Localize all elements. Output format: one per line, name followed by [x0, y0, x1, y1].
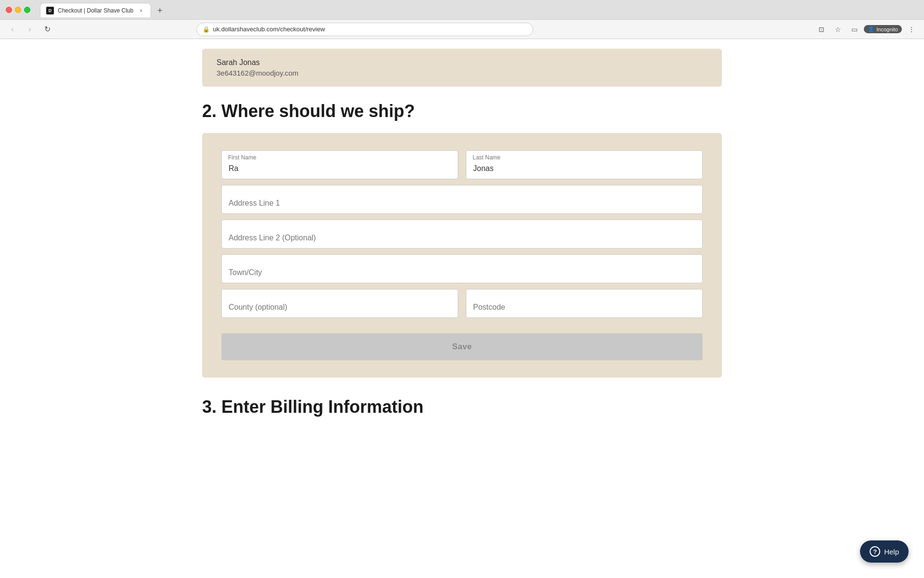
tab-search-icon[interactable]: ▭: [847, 23, 861, 36]
address2-field: [221, 220, 703, 249]
star-icon[interactable]: ☆: [831, 23, 845, 36]
browser-addressbar: ‹ › ↻ 🔒 uk.dollarshaveclub.com/checkout/…: [0, 19, 924, 39]
browser-titlebar: D Checkout | Dollar Shave Club × +: [0, 0, 924, 19]
city-input[interactable]: [221, 254, 703, 283]
back-button[interactable]: ‹: [6, 23, 19, 36]
tab-close-icon[interactable]: ×: [137, 7, 145, 14]
tab-title: Checkout | Dollar Shave Club: [58, 7, 133, 14]
refresh-button[interactable]: ↻: [40, 23, 54, 36]
address-text: uk.dollarshaveclub.com/checkout/review: [213, 26, 325, 33]
account-name: Sarah Jonas: [217, 58, 707, 67]
active-tab[interactable]: D Checkout | Dollar Shave Club ×: [40, 3, 151, 17]
incognito-badge: 👤 Incognito: [864, 25, 902, 33]
incognito-icon: 👤: [868, 26, 874, 32]
help-button[interactable]: ? Help: [860, 540, 909, 563]
address-bar[interactable]: 🔒 uk.dollarshaveclub.com/checkout/review: [196, 23, 533, 36]
account-email: 3e643162@moodjoy.com: [217, 69, 707, 77]
address1-field: [221, 185, 703, 214]
city-field: [221, 254, 703, 283]
postcode-field: [466, 289, 703, 318]
tab-bar: D Checkout | Dollar Shave Club × +: [40, 2, 167, 17]
lock-icon: 🔒: [203, 26, 210, 33]
traffic-lights: [6, 7, 30, 13]
first-name-input[interactable]: [221, 150, 458, 179]
last-name-field: Last Name: [466, 150, 703, 179]
name-row: First Name Last Name: [221, 150, 703, 179]
last-name-input[interactable]: [466, 150, 703, 179]
new-tab-button[interactable]: +: [153, 4, 167, 17]
county-field: [221, 289, 458, 318]
close-button[interactable]: [6, 7, 12, 13]
page-content: Sarah Jonas 3e643162@moodjoy.com 2. Wher…: [0, 39, 924, 578]
help-circle-icon: ?: [870, 546, 880, 557]
city-row: [221, 254, 703, 283]
address2-row: [221, 220, 703, 249]
account-section: Sarah Jonas 3e643162@moodjoy.com: [202, 49, 722, 87]
help-label: Help: [884, 548, 899, 556]
page-inner: Sarah Jonas 3e643162@moodjoy.com 2. Wher…: [173, 39, 751, 578]
browser-chrome: D Checkout | Dollar Shave Club × + ‹ › ↻…: [0, 0, 924, 39]
postcode-input[interactable]: [466, 289, 703, 318]
minimize-button[interactable]: [15, 7, 21, 13]
address2-input[interactable]: [221, 220, 703, 249]
shipping-form-container: First Name Last Name: [202, 133, 722, 378]
forward-button[interactable]: ›: [23, 23, 37, 36]
shipping-heading: 2. Where should we ship?: [202, 101, 722, 121]
cast-icon[interactable]: ⊡: [815, 23, 828, 36]
address1-row: [221, 185, 703, 214]
address1-input[interactable]: [221, 185, 703, 214]
incognito-label: Incognito: [876, 26, 898, 32]
menu-button[interactable]: ⋮: [905, 23, 918, 36]
tab-favicon: D: [46, 7, 54, 14]
billing-heading: 3. Enter Billing Information: [202, 397, 722, 417]
save-button[interactable]: Save: [221, 333, 703, 360]
browser-actions: ⊡ ☆ ▭ 👤 Incognito ⋮: [815, 23, 918, 36]
county-input[interactable]: [221, 289, 458, 318]
maximize-button[interactable]: [24, 7, 30, 13]
county-postcode-row: [221, 289, 703, 318]
first-name-field: First Name: [221, 150, 458, 179]
